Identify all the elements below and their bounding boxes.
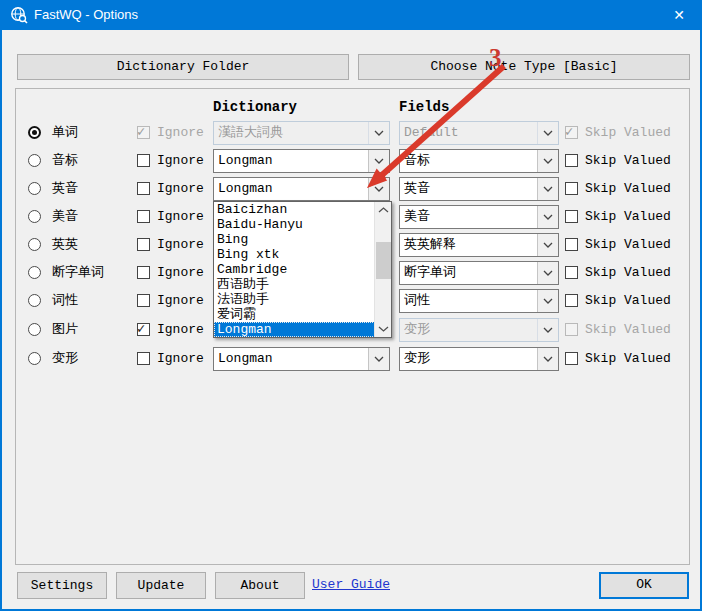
ok-button[interactable]: OK xyxy=(599,572,689,599)
dropdown-item[interactable]: 爱词霸 xyxy=(214,307,374,322)
radio-label-row9: 变形 xyxy=(52,347,78,371)
skip-valued-checkbox-row5[interactable] xyxy=(565,238,578,251)
ignore-checkbox-row3[interactable] xyxy=(137,182,150,195)
chevron-down-icon[interactable] xyxy=(368,178,389,200)
ignore-checkbox-row6[interactable] xyxy=(137,266,150,279)
chevron-down-icon[interactable] xyxy=(537,348,558,370)
dictionary-folder-button[interactable]: Dictionary Folder xyxy=(17,54,349,80)
scrollbar-thumb[interactable] xyxy=(376,242,391,279)
ignore-checkbox-row9[interactable] xyxy=(137,352,150,365)
radio-row1[interactable] xyxy=(28,126,41,139)
fields-combo-row9-value: 变形 xyxy=(404,348,536,370)
radio-row8[interactable] xyxy=(28,323,41,336)
fields-combo-row3-value: 英音 xyxy=(404,178,536,200)
scroll-down-icon[interactable] xyxy=(378,326,389,332)
chevron-down-icon[interactable] xyxy=(537,290,558,312)
skip-valued-label-row6: Skip Valued xyxy=(585,261,671,285)
fastwq-globe-icon xyxy=(10,6,28,24)
dropdown-item[interactable]: Bing xtk xyxy=(214,247,374,262)
fields-combo-row4[interactable]: 美音 xyxy=(399,205,559,229)
radio-label-row6: 断字单词 xyxy=(52,261,104,285)
skip-valued-checkbox-row6[interactable] xyxy=(565,266,578,279)
fields-combo-row9[interactable]: 变形 xyxy=(399,347,559,371)
skip-valued-checkbox-row3[interactable] xyxy=(565,182,578,195)
dropdown-item[interactable]: 法语助手 xyxy=(214,292,374,307)
chevron-down-icon[interactable] xyxy=(537,234,558,256)
update-button[interactable]: Update xyxy=(116,572,206,599)
skip-valued-checkbox-row9[interactable] xyxy=(565,352,578,365)
dictionary-combo-row1: 漢語大詞典 xyxy=(213,121,390,145)
skip-valued-label-row2: Skip Valued xyxy=(585,149,671,173)
skip-valued-checkbox-row2[interactable] xyxy=(565,154,578,167)
dropdown-item[interactable]: 西语助手 xyxy=(214,277,374,292)
chevron-down-icon[interactable] xyxy=(537,206,558,228)
choose-note-type-button[interactable]: Choose Note Type [Basic] xyxy=(358,54,690,80)
dictionary-column-header: Dictionary xyxy=(213,99,297,115)
ignore-checkbox-row8[interactable]: ✓ xyxy=(137,323,150,336)
skip-valued-label-row7: Skip Valued xyxy=(585,289,671,313)
chevron-down-icon[interactable] xyxy=(368,348,389,370)
dictionary-combo-row9-value: Longman xyxy=(218,348,367,370)
check-icon: ✓ xyxy=(565,123,573,140)
radio-row5[interactable] xyxy=(28,238,41,251)
radio-label-row4: 美音 xyxy=(52,205,78,229)
title-bar: FastWQ - Options ✕ xyxy=(0,0,702,30)
skip-valued-checkbox-row1: ✓ xyxy=(565,126,578,139)
ignore-label-row3: Ignore xyxy=(157,177,204,201)
dictionary-dropdown-list: BaicizhanBaidu-HanyuBingBing xtkCambridg… xyxy=(213,201,392,338)
ignore-label-row7: Ignore xyxy=(157,289,204,313)
ignore-checkbox-row2[interactable] xyxy=(137,154,150,167)
fields-combo-row7-value: 词性 xyxy=(404,290,536,312)
radio-row9[interactable] xyxy=(28,352,41,365)
options-dialog: FastWQ - Options ✕ Dictionary Folder Cho… xyxy=(0,0,702,611)
settings-button[interactable]: Settings xyxy=(17,572,107,599)
ignore-checkbox-row7[interactable] xyxy=(137,294,150,307)
dropdown-item[interactable]: Baicizhan xyxy=(214,202,374,217)
dictionary-combo-row9[interactable]: Longman xyxy=(213,347,390,371)
dropdown-item[interactable]: Bing xyxy=(214,232,374,247)
chevron-down-icon[interactable] xyxy=(537,178,558,200)
window-title: FastWQ - Options xyxy=(34,0,138,30)
dropdown-item[interactable]: Cambridge xyxy=(214,262,374,277)
fields-combo-row6[interactable]: 断字单词 xyxy=(399,261,559,285)
close-icon[interactable]: ✕ xyxy=(656,0,702,30)
fields-combo-row8-value: 变形 xyxy=(404,319,536,341)
skip-valued-label-row4: Skip Valued xyxy=(585,205,671,229)
dictionary-combo-row2[interactable]: Longman xyxy=(213,149,390,173)
skip-valued-checkbox-row4[interactable] xyxy=(565,210,578,223)
fields-combo-row7[interactable]: 词性 xyxy=(399,289,559,313)
chevron-down-icon[interactable] xyxy=(537,262,558,284)
ignore-label-row6: Ignore xyxy=(157,261,204,285)
skip-valued-checkbox-row8 xyxy=(565,323,578,336)
user-guide-link[interactable]: User Guide xyxy=(312,573,390,597)
dictionary-combo-row3[interactable]: Longman xyxy=(213,177,390,201)
fields-combo-row5[interactable]: 英英解释 xyxy=(399,233,559,257)
radio-row7[interactable] xyxy=(28,294,41,307)
ignore-checkbox-row1: ✓ xyxy=(137,126,150,139)
dropdown-item[interactable]: Longman xyxy=(214,322,391,337)
chevron-down-icon xyxy=(368,122,389,144)
about-button[interactable]: About xyxy=(215,572,305,599)
dropdown-scrollbar[interactable] xyxy=(374,202,391,337)
chevron-down-icon[interactable] xyxy=(368,150,389,172)
skip-valued-label-row5: Skip Valued xyxy=(585,233,671,257)
radio-row4[interactable] xyxy=(28,210,41,223)
fields-combo-row3[interactable]: 英音 xyxy=(399,177,559,201)
fields-combo-row8: 变形 xyxy=(399,318,559,342)
skip-valued-label-row8: Skip Valued xyxy=(585,318,671,342)
chevron-down-icon[interactable] xyxy=(537,150,558,172)
radio-row6[interactable] xyxy=(28,266,41,279)
scroll-up-icon[interactable] xyxy=(378,207,389,213)
ignore-label-row5: Ignore xyxy=(157,233,204,257)
fields-combo-row4-value: 美音 xyxy=(404,206,536,228)
radio-row2[interactable] xyxy=(28,154,41,167)
radio-row3[interactable] xyxy=(28,182,41,195)
skip-valued-checkbox-row7[interactable] xyxy=(565,294,578,307)
fields-combo-row2[interactable]: 音标 xyxy=(399,149,559,173)
radio-label-row5: 英英 xyxy=(52,233,78,257)
fields-combo-row1-value: Default xyxy=(404,122,536,144)
dropdown-item[interactable]: Baidu-Hanyu xyxy=(214,217,374,232)
dictionary-combo-row2-value: Longman xyxy=(218,150,367,172)
ignore-checkbox-row4[interactable] xyxy=(137,210,150,223)
ignore-checkbox-row5[interactable] xyxy=(137,238,150,251)
